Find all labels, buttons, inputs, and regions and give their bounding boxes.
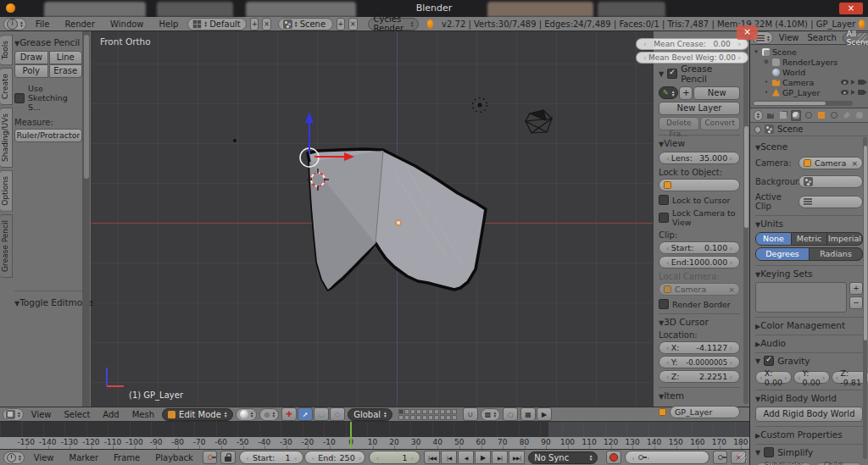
visibility-eye-icon[interactable] — [841, 90, 849, 95]
delete-scene-button[interactable]: × — [348, 18, 357, 30]
region-resize-grip[interactable] — [738, 453, 747, 462]
convert-button[interactable]: Convert — [700, 117, 741, 130]
delete-frame-button[interactable]: Delete Fra... — [659, 117, 699, 130]
layer-toggle[interactable] — [404, 415, 409, 420]
menu-window[interactable]: Window — [104, 19, 149, 29]
line-button[interactable]: Line — [49, 51, 83, 64]
sync-dropdown[interactable]: No Sync ▴ ▾ — [528, 451, 598, 464]
layer-toggle[interactable] — [416, 415, 421, 420]
transform-orientation-dropdown[interactable]: Global ▴ ▾ — [348, 408, 392, 421]
tab-tools[interactable]: Tools — [0, 35, 13, 65]
layer-toggle[interactable] — [452, 415, 457, 420]
menu-file[interactable]: File — [30, 19, 56, 29]
layer-toggle[interactable] — [440, 415, 445, 420]
properties-editor-dropdown[interactable]: ▴ ▾ — [754, 110, 763, 121]
clear-camera-icon[interactable]: × — [851, 159, 858, 168]
layer-toggle[interactable] — [446, 409, 451, 414]
grease-pencil-enable-checkbox[interactable] — [667, 69, 677, 79]
manipulator-translate-toggle[interactable]: ➚ — [298, 407, 313, 421]
renderability-icon[interactable] — [858, 80, 865, 85]
expand-plus-icon[interactable]: ⊕ — [763, 58, 770, 65]
timeline-editor-dropdown[interactable]: ▴ ▾ — [3, 451, 25, 464]
delete-screen-button[interactable]: × — [262, 18, 270, 30]
tab-shading-uvs[interactable]: Shading/UVs — [0, 108, 13, 168]
outliner-search-menu[interactable]: Search — [805, 33, 839, 42]
visibility-eye-icon[interactable] — [841, 80, 849, 85]
simplify-panel-header[interactable]: Simplify — [777, 447, 813, 457]
floating-close-button[interactable]: × — [737, 25, 758, 40]
simplify-checkbox[interactable] — [764, 447, 774, 457]
render-border-checkbox[interactable] — [659, 299, 669, 309]
keying-sets-panel-header[interactable]: Keying Sets — [755, 268, 863, 279]
layer-toggle[interactable] — [428, 409, 433, 414]
editor-type-dropdown[interactable]: i ▴ ▾ — [3, 18, 26, 30]
select-menu[interactable]: Select — [59, 410, 96, 419]
previous-keyframe-button[interactable]: |◀ — [441, 451, 457, 464]
remove-keying-set-button[interactable]: − — [849, 296, 863, 309]
outliner-row-scene[interactable]: ▾ Scene — [753, 47, 868, 57]
region-divider[interactable] — [749, 31, 750, 465]
manipulator-axes-toggle[interactable]: ✚ — [281, 407, 297, 421]
mean-crease-field[interactable]: Mean Crease: 0.00 — [636, 38, 748, 50]
window-close-button[interactable]: × — [839, 3, 863, 14]
tab-object[interactable] — [816, 110, 826, 121]
timeline-frame-menu[interactable]: Frame — [108, 453, 146, 462]
gp-new-button[interactable]: New — [693, 86, 740, 100]
lock-camera-checkbox[interactable] — [659, 213, 669, 223]
color-management-header[interactable]: Color Management — [755, 320, 863, 330]
add-menu[interactable]: Add — [97, 410, 124, 419]
viewport-3d[interactable]: Front Ortho (1) GP_Layer — [92, 31, 653, 407]
clear-camera-icon[interactable]: × — [728, 285, 735, 294]
region-resize-grip[interactable] — [858, 33, 866, 42]
item-name-field[interactable]: GP_Layer — [670, 406, 740, 418]
blender-logo-icon[interactable] — [427, 19, 433, 29]
record-button[interactable] — [606, 451, 621, 464]
tab-render-layers[interactable] — [778, 110, 788, 121]
layer-toggle[interactable] — [416, 409, 421, 414]
expand-icon[interactable]: ▾ — [753, 48, 760, 55]
layer-toggle[interactable] — [398, 409, 403, 414]
render-engine-dropdown[interactable]: Cycles Render ▴ ▾ — [368, 18, 420, 30]
frame-end-field[interactable]: End: 250 — [304, 451, 365, 464]
units-none-button[interactable]: None — [755, 232, 792, 246]
tab-render[interactable] — [765, 110, 776, 121]
jump-to-end-button[interactable]: ▶▶| — [509, 451, 525, 464]
grease-pencil-panel-header[interactable]: Grease Pencil — [14, 37, 82, 47]
properties-scrollbar[interactable] — [863, 137, 867, 459]
current-frame-field[interactable]: 1 — [369, 451, 420, 464]
add-screen-button[interactable]: + — [250, 18, 259, 30]
tab-create[interactable]: Create — [0, 68, 13, 105]
units-panel-header[interactable]: Units — [755, 219, 863, 229]
pivot-dropdown[interactable]: ◎ ▴ ▾ — [259, 408, 279, 421]
timeline-marker-menu[interactable]: Marker — [64, 453, 105, 462]
tab-modifiers[interactable] — [842, 110, 852, 121]
menu-help[interactable]: Help — [153, 19, 185, 29]
tool-shelf-scrollbar[interactable] — [82, 31, 90, 407]
mean-bevel-field[interactable]: Mean Bevel Weig: 0.00 — [636, 52, 748, 64]
view-menu[interactable]: View — [26, 410, 57, 419]
render-opengl-anim-button[interactable]: ▶ — [537, 407, 552, 421]
layer-toggle[interactable] — [410, 409, 415, 414]
timeline-view-menu[interactable]: View — [28, 453, 60, 462]
n-panel-scrollbar[interactable] — [743, 33, 748, 404]
scene-panel-header[interactable]: Scene — [755, 141, 863, 152]
renderability-icon[interactable] — [858, 90, 865, 95]
lock-to-cursor-checkbox[interactable] — [659, 195, 669, 205]
redo-panel-header[interactable]: Toggle Editmode — [14, 297, 82, 307]
draw-button[interactable]: Draw — [14, 51, 48, 64]
jump-to-start-button[interactable]: |◀◀ — [424, 451, 440, 464]
frame-start-field[interactable]: Start: 1 — [239, 451, 303, 464]
tab-world[interactable] — [804, 110, 814, 121]
current-frame-indicator[interactable] — [350, 422, 352, 449]
clip-start-field[interactable]: Start: 0.100 — [659, 241, 740, 254]
cursor-x-field[interactable]: X: -4.1127 — [659, 341, 740, 354]
selectability-icon[interactable] — [851, 80, 855, 85]
manipulator-rotate-toggle[interactable]: ◡ — [314, 407, 329, 421]
layer-toggle[interactable] — [422, 415, 427, 420]
viewport-shading-dropdown[interactable]: ▴ ▾ — [236, 408, 258, 421]
outliner-row-renderlayers[interactable]: ⊕ RenderLayers — [753, 57, 868, 67]
insert-keyframe-button[interactable] — [713, 451, 728, 464]
layer-toggle[interactable] — [428, 415, 433, 420]
layer-toggle[interactable] — [434, 409, 439, 414]
poly-button[interactable]: Poly — [14, 64, 48, 78]
